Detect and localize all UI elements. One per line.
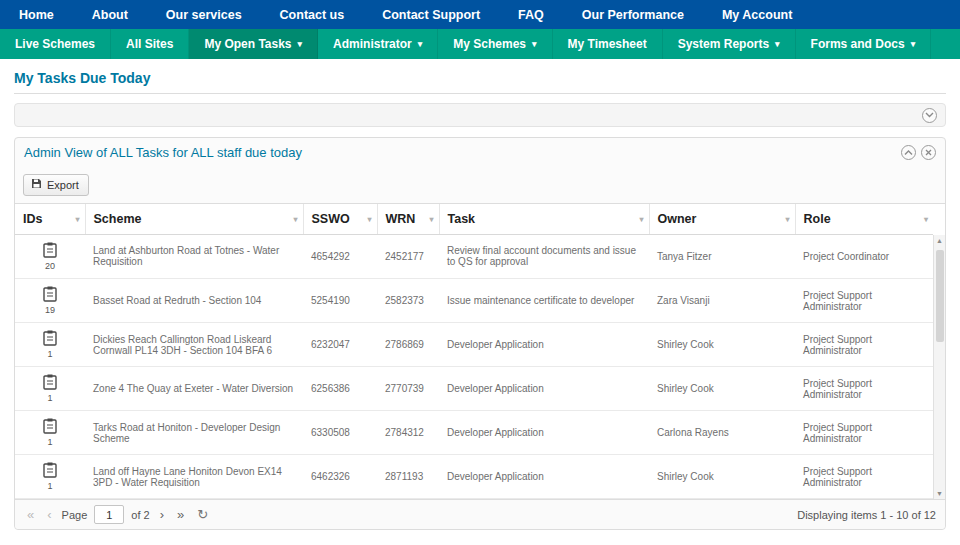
- task-icon[interactable]: [43, 286, 57, 304]
- column-menu-icon[interactable]: ▾: [922, 212, 930, 225]
- pager-prev-button[interactable]: ‹: [44, 508, 54, 521]
- column-menu-icon[interactable]: ▾: [365, 212, 373, 225]
- top-nav-item-my-account[interactable]: My Account: [703, 0, 811, 29]
- vertical-scrollbar[interactable]: ▲ ▼: [933, 235, 945, 500]
- page-number-input[interactable]: [94, 505, 124, 524]
- expand-panel-button[interactable]: [922, 108, 937, 123]
- task-count: 1: [47, 349, 52, 359]
- caret-down-icon: ▾: [418, 40, 423, 49]
- sub-nav-item-all-sites[interactable]: All Sites: [111, 29, 189, 59]
- cell-sswo: 6462326: [303, 455, 377, 499]
- cell-task: Review final account documents and issue…: [439, 235, 649, 279]
- cell-scheme: Basset Road at Redruth - Section 104: [85, 279, 303, 323]
- task-icon[interactable]: [43, 330, 57, 348]
- sub-nav-label: System Reports: [678, 37, 769, 51]
- column-menu-icon[interactable]: ▾: [291, 212, 299, 225]
- cell-owner: Shirley Cook: [649, 455, 795, 499]
- task-icon[interactable]: [43, 418, 57, 436]
- column-menu-icon[interactable]: ▾: [73, 212, 81, 225]
- pager-first-button[interactable]: «: [24, 508, 37, 521]
- cell-scheme: Zone 4 The Quay at Exeter - Water Divers…: [85, 367, 303, 411]
- export-label: Export: [47, 179, 79, 191]
- sub-nav-label: My Schemes: [453, 37, 526, 51]
- close-icon: [925, 149, 932, 156]
- sub-nav-label: Forms and Docs: [811, 37, 905, 51]
- cell-role: Project Support Administrator: [795, 367, 933, 411]
- cell-owner: Tanya Fitzer: [649, 235, 795, 279]
- task-icon[interactable]: [43, 374, 57, 392]
- top-nav-item-contact-support[interactable]: Contact Support: [363, 0, 499, 29]
- table-row[interactable]: 1 Tarks Road at Honiton - Developer Desi…: [15, 411, 933, 455]
- cell-sswo: 5254190: [303, 279, 377, 323]
- cell-wrn: 2582373: [377, 279, 439, 323]
- task-count: 19: [45, 305, 55, 315]
- col-header-owner[interactable]: Owner▾: [649, 204, 795, 234]
- sub-nav-label: All Sites: [126, 37, 173, 51]
- cell-owner: Zara Visanji: [649, 279, 795, 323]
- column-menu-icon[interactable]: ▾: [637, 212, 645, 225]
- cell-task: Issue maintenance certificate to develop…: [439, 279, 649, 323]
- pager-status: Displaying items 1 - 10 of 12: [797, 509, 936, 521]
- cell-task: Developer Application: [439, 323, 649, 367]
- column-menu-icon[interactable]: ▾: [783, 212, 791, 225]
- sub-nav-item-my-open-tasks[interactable]: My Open Tasks ▾: [189, 29, 318, 59]
- tasks-grid: IDs▾ Scheme▾ SSWO▾ WRN▾ Task▾ Owner▾ Rol…: [15, 203, 945, 499]
- col-header-task[interactable]: Task▾: [439, 204, 649, 234]
- collapsed-panel: [14, 103, 946, 127]
- cell-wrn: 2784312: [377, 411, 439, 455]
- top-nav-item-our-performance[interactable]: Our Performance: [563, 0, 703, 29]
- cell-task: Developer Application: [439, 411, 649, 455]
- col-header-scheme[interactable]: Scheme▾: [85, 204, 303, 234]
- cell-sswo: 6330508: [303, 411, 377, 455]
- export-button[interactable]: Export: [23, 174, 89, 196]
- top-nav-item-faq[interactable]: FAQ: [499, 0, 563, 29]
- export-icon: [31, 178, 42, 191]
- table-row[interactable]: 1 Dickies Reach Callington Road Liskeard…: [15, 323, 933, 367]
- panel-controls: [901, 145, 936, 160]
- grid-body: 20 Land at Ashburton Road at Totnes - Wa…: [15, 235, 945, 500]
- col-header-role[interactable]: Role▾: [795, 204, 933, 234]
- table-row[interactable]: 1 Land off Hayne Lane Honiton Devon EX14…: [15, 455, 933, 499]
- cell-wrn: 2770739: [377, 367, 439, 411]
- column-menu-icon[interactable]: ▾: [427, 212, 435, 225]
- sub-nav-item-my-timesheet[interactable]: My Timesheet: [553, 29, 663, 59]
- cell-role: Project Support Administrator: [795, 279, 933, 323]
- pager-of-label: of 2: [131, 509, 149, 521]
- sub-nav-label: Live Schemes: [15, 37, 95, 51]
- tasks-table-body: 20 Land at Ashburton Road at Totnes - Wa…: [15, 235, 933, 500]
- sub-nav: Live Schemes All Sites My Open Tasks ▾ A…: [0, 29, 960, 59]
- caret-down-icon: ▾: [911, 40, 916, 49]
- pager-page-label: Page: [62, 509, 88, 521]
- refresh-icon[interactable]: ↻: [197, 507, 208, 522]
- sub-nav-item-my-schemes[interactable]: My Schemes ▾: [438, 29, 552, 59]
- sub-nav-item-forms-and-docs[interactable]: Forms and Docs ▾: [796, 29, 932, 59]
- col-header-sswo[interactable]: SSWO▾: [303, 204, 377, 234]
- sub-nav-item-live-schemes[interactable]: Live Schemes: [0, 29, 111, 59]
- table-row[interactable]: 20 Land at Ashburton Road at Totnes - Wa…: [15, 235, 933, 279]
- scrollbar-thumb[interactable]: [936, 250, 944, 342]
- top-nav-item-about[interactable]: About: [73, 0, 147, 29]
- chevron-down-icon: [925, 112, 934, 118]
- top-nav-item-our-services[interactable]: Our services: [147, 0, 261, 29]
- cell-role: Project Support Administrator: [795, 455, 933, 499]
- top-nav-item-home[interactable]: Home: [0, 0, 73, 29]
- col-header-ids[interactable]: IDs▾: [15, 204, 85, 234]
- collapse-panel-button[interactable]: [901, 145, 916, 160]
- table-row[interactable]: 19 Basset Road at Redruth - Section 104 …: [15, 279, 933, 323]
- scroll-up-icon[interactable]: ▲: [936, 237, 943, 244]
- pager-last-button[interactable]: »: [174, 508, 187, 521]
- cell-scheme: Tarks Road at Honiton - Developer Design…: [85, 411, 303, 455]
- table-row[interactable]: 1 Zone 4 The Quay at Exeter - Water Dive…: [15, 367, 933, 411]
- top-nav-item-contact-us[interactable]: Contact us: [261, 0, 364, 29]
- cell-scheme: Dickies Reach Callington Road Liskeard C…: [85, 323, 303, 367]
- cell-wrn: 2786869: [377, 323, 439, 367]
- sub-nav-item-system-reports[interactable]: System Reports ▾: [663, 29, 796, 59]
- sub-nav-item-administrator[interactable]: Administrator ▾: [318, 29, 438, 59]
- task-icon[interactable]: [43, 462, 57, 480]
- task-icon[interactable]: [43, 242, 57, 260]
- col-header-wrn[interactable]: WRN▾: [377, 204, 439, 234]
- pager-next-button[interactable]: ›: [157, 508, 167, 521]
- cell-sswo: 6232047: [303, 323, 377, 367]
- scroll-down-icon[interactable]: ▼: [936, 490, 943, 497]
- close-panel-button[interactable]: [921, 145, 936, 160]
